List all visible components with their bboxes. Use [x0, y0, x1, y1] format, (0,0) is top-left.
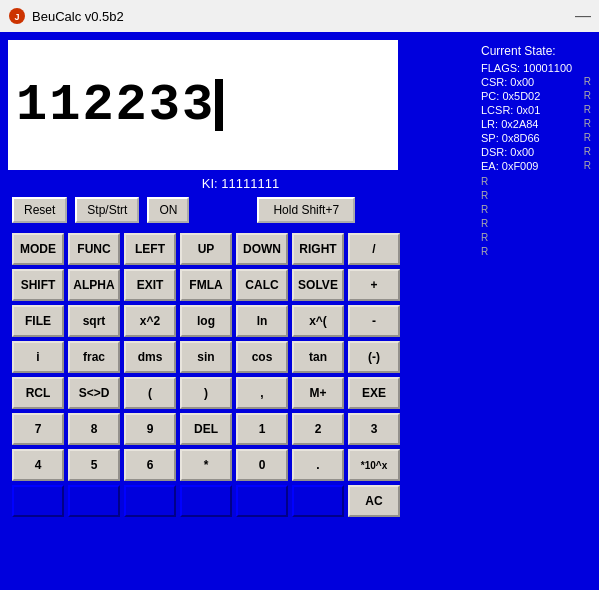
btn-rcl[interactable]: RCL: [12, 377, 64, 409]
btn-multiply[interactable]: *: [180, 449, 232, 481]
btn-shift[interactable]: SHIFT: [12, 269, 64, 301]
btn-mode[interactable]: MODE: [12, 233, 64, 265]
btn-8[interactable]: 8: [68, 413, 120, 445]
app-icon: J: [8, 7, 26, 25]
btn-del[interactable]: DEL: [180, 413, 232, 445]
svg-text:J: J: [14, 12, 19, 22]
btn-calc[interactable]: CALC: [236, 269, 288, 301]
btn-7[interactable]: 7: [12, 413, 64, 445]
btn-6[interactable]: 6: [124, 449, 176, 481]
indicator-r6: R: [481, 246, 591, 257]
reset-button[interactable]: Reset: [12, 197, 67, 223]
btn-exit[interactable]: EXIT: [124, 269, 176, 301]
btn-fmla[interactable]: FMLA: [180, 269, 232, 301]
state-ea: EA: 0xF009 R: [481, 160, 591, 172]
indicator-r2: R: [481, 190, 591, 201]
btn-sqrt[interactable]: sqrt: [68, 305, 120, 337]
btn-exp[interactable]: *10^x: [348, 449, 400, 481]
btn-solve[interactable]: SOLVE: [292, 269, 344, 301]
btn-5[interactable]: 5: [68, 449, 120, 481]
btn-down[interactable]: DOWN: [236, 233, 288, 265]
on-button[interactable]: ON: [147, 197, 189, 223]
state-lr: LR: 0x2A84 R: [481, 118, 591, 130]
btn-0[interactable]: 0: [236, 449, 288, 481]
btn-empty4: [180, 485, 232, 517]
minimize-button[interactable]: —: [575, 7, 591, 25]
indicator-r5: R: [481, 232, 591, 243]
state-dsr: DSR: 0x00 R: [481, 146, 591, 158]
window-title: BeuCalc v0.5b2: [32, 9, 124, 24]
btn-exe[interactable]: EXE: [348, 377, 400, 409]
right-panel: Current State: FLAGS: 10001100 CSR: 0x00…: [481, 40, 591, 517]
btn-xpow[interactable]: x^(: [292, 305, 344, 337]
btn-2[interactable]: 2: [292, 413, 344, 445]
btn-neg[interactable]: (-): [348, 341, 400, 373]
btn-frac[interactable]: frac: [68, 341, 120, 373]
btn-tan[interactable]: tan: [292, 341, 344, 373]
btn-func[interactable]: FUNC: [68, 233, 120, 265]
btn-minus[interactable]: -: [348, 305, 400, 337]
btn-xsq[interactable]: x^2: [124, 305, 176, 337]
btn-mplus[interactable]: M+: [292, 377, 344, 409]
hold-shift-button[interactable]: Hold Shift+7: [257, 197, 355, 223]
btn-left[interactable]: LEFT: [124, 233, 176, 265]
btn-empty6: [292, 485, 344, 517]
btn-i[interactable]: i: [12, 341, 64, 373]
left-panel: 112233 KI: 11111111 Reset Stp/Strt ON Ho…: [8, 40, 473, 517]
indicator-r1: R: [481, 176, 591, 187]
indicator-r4: R: [481, 218, 591, 229]
btn-right[interactable]: RIGHT: [292, 233, 344, 265]
btn-9[interactable]: 9: [124, 413, 176, 445]
btn-cos[interactable]: cos: [236, 341, 288, 373]
state-lcsr: LCSR: 0x01 R: [481, 104, 591, 116]
state-sp: SP: 0x8D66 R: [481, 132, 591, 144]
btn-empty2: [68, 485, 120, 517]
btn-3[interactable]: 3: [348, 413, 400, 445]
calculator-display: 112233: [8, 40, 398, 170]
btn-sin[interactable]: sin: [180, 341, 232, 373]
stp-strt-button[interactable]: Stp/Strt: [75, 197, 139, 223]
btn-ln[interactable]: ln: [236, 305, 288, 337]
cursor: [215, 79, 223, 131]
state-pc: PC: 0x5D02 R: [481, 90, 591, 102]
btn-empty3: [124, 485, 176, 517]
main-area: 112233 KI: 11111111 Reset Stp/Strt ON Ho…: [0, 32, 599, 525]
state-flags: FLAGS: 10001100: [481, 62, 591, 74]
btn-swd[interactable]: S<>D: [68, 377, 120, 409]
btn-lparen[interactable]: (: [124, 377, 176, 409]
title-bar: J BeuCalc v0.5b2 —: [0, 0, 599, 32]
btn-rparen[interactable]: ): [180, 377, 232, 409]
btn-log[interactable]: log: [180, 305, 232, 337]
btn-empty5: [236, 485, 288, 517]
display-value: 112233: [16, 76, 215, 135]
ki-status: KI: 11111111: [8, 176, 473, 191]
indicator-r3: R: [481, 204, 591, 215]
btn-comma[interactable]: ,: [236, 377, 288, 409]
btn-file[interactable]: FILE: [12, 305, 64, 337]
btn-empty1: [12, 485, 64, 517]
btn-divide[interactable]: /: [348, 233, 400, 265]
btn-4[interactable]: 4: [12, 449, 64, 481]
btn-1[interactable]: 1: [236, 413, 288, 445]
state-title: Current State:: [481, 44, 591, 58]
control-row: Reset Stp/Strt ON Hold Shift+7: [8, 197, 473, 223]
btn-dot[interactable]: .: [292, 449, 344, 481]
btn-ac[interactable]: AC: [348, 485, 400, 517]
btn-plus[interactable]: +: [348, 269, 400, 301]
btn-dms[interactable]: dms: [124, 341, 176, 373]
state-csr: CSR: 0x00 R: [481, 76, 591, 88]
calculator-grid: MODE FUNC LEFT UP DOWN RIGHT / SHIFT ALP…: [8, 233, 473, 517]
btn-up[interactable]: UP: [180, 233, 232, 265]
btn-alpha[interactable]: ALPHA: [68, 269, 120, 301]
